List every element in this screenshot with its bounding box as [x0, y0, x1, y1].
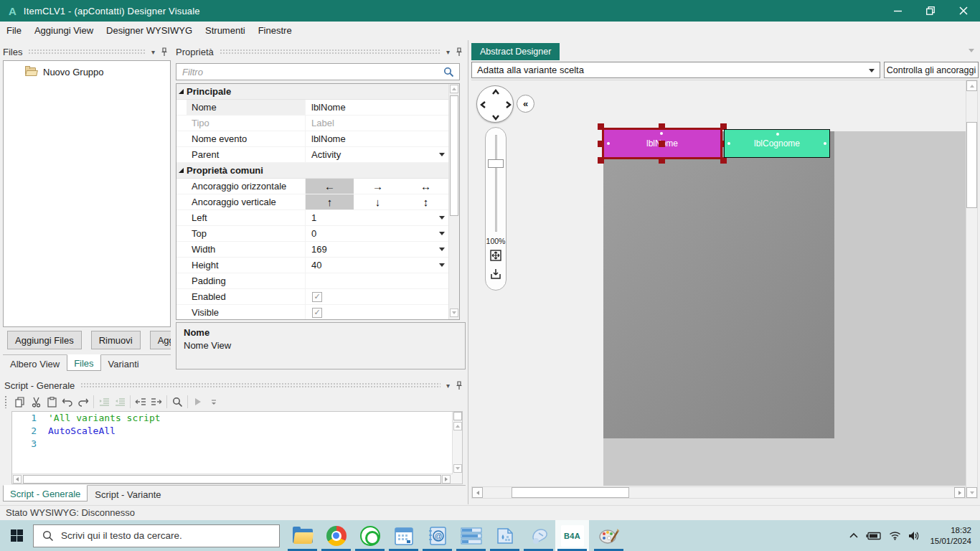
tab-varianti[interactable]: Varianti: [101, 355, 146, 371]
controlla-ancoraggi-button[interactable]: Controlla gli ancoraggi: [884, 62, 979, 78]
property-row-parent[interactable]: Parent Activity: [176, 147, 450, 163]
resize-handle[interactable]: [598, 141, 604, 147]
restore-button[interactable]: [914, 0, 947, 22]
scroll-right-icon[interactable]: [954, 487, 965, 498]
shift-right-icon[interactable]: [149, 394, 164, 410]
resize-handle[interactable]: [659, 123, 665, 130]
import-view-icon[interactable]: [489, 267, 503, 281]
scroll-up-icon[interactable]: [450, 85, 458, 93]
run-icon[interactable]: [190, 394, 206, 410]
code-editor[interactable]: 1 'All variants script 2 AutoScaleAll 3: [11, 411, 463, 484]
editor-horizontal-scrollbar[interactable]: [12, 474, 453, 484]
tab-list-dropdown-icon[interactable]: [969, 49, 974, 52]
redo-icon[interactable]: [75, 394, 91, 410]
property-row-left[interactable]: Left 1: [176, 210, 450, 226]
move-handle[interactable]: [659, 141, 665, 147]
panel-splitter[interactable]: [468, 40, 468, 504]
enabled-checkbox[interactable]: ✓: [312, 292, 322, 302]
taskbar-paint[interactable]: [592, 520, 626, 551]
view-lblnome[interactable]: lblNome: [602, 128, 722, 159]
shift-left-icon[interactable]: [133, 394, 149, 410]
collapse-controls-button[interactable]: «: [517, 95, 534, 113]
taskbar-clock[interactable]: 18:32 15/01/2024: [930, 525, 971, 547]
scrollbar-thumb[interactable]: [966, 122, 977, 208]
scrollbar-thumb[interactable]: [450, 95, 458, 216]
tab-albero-view[interactable]: Albero View: [3, 355, 67, 371]
volume-icon[interactable]: [908, 531, 920, 541]
activity-canvas[interactable]: [603, 131, 834, 438]
aggiungi-files-button[interactable]: Aggiungi Files: [7, 331, 82, 349]
tab-script-generale[interactable]: Script - Generale: [3, 485, 88, 501]
property-grid-scrollbar[interactable]: [448, 84, 459, 319]
property-row-nome[interactable]: Nome lblNome: [176, 100, 450, 116]
taskbar-sliders[interactable]: [454, 520, 488, 551]
filter-input[interactable]: Filtro: [176, 63, 460, 80]
cut-icon[interactable]: [28, 394, 44, 410]
toolbar-grip[interactable]: [4, 395, 8, 408]
tab-files[interactable]: Files: [67, 354, 100, 371]
property-row-width[interactable]: Width 169: [176, 242, 450, 258]
close-button[interactable]: [947, 0, 980, 22]
dropdown-arrow-icon[interactable]: [439, 216, 445, 220]
resize-handle[interactable]: [598, 157, 604, 164]
fit-view-icon[interactable]: [489, 248, 503, 263]
zoom-slider-thumb[interactable]: [488, 159, 504, 168]
anchor-both-v-button[interactable]: ↕: [402, 194, 450, 209]
panel-collapse-icon[interactable]: ▾: [446, 382, 450, 390]
scroll-up-icon[interactable]: [966, 80, 977, 91]
anchor-top-button[interactable]: ↑: [306, 194, 354, 209]
rimuovi-button[interactable]: Rimuovi: [91, 331, 141, 349]
dropdown-arrow-icon[interactable]: [869, 69, 875, 72]
property-row-padding[interactable]: Padding: [176, 273, 450, 289]
menu-aggiungi-view[interactable]: Aggiungi View: [28, 22, 100, 40]
menu-strumenti[interactable]: Strumenti: [199, 22, 252, 40]
dropdown-arrow-icon[interactable]: [439, 232, 445, 235]
panel-collapse-icon[interactable]: ▾: [446, 48, 450, 56]
menu-designer-wysiwyg[interactable]: Designer WYSIWYG: [100, 22, 199, 40]
pin-icon[interactable]: [456, 47, 463, 57]
scroll-down-icon[interactable]: [966, 487, 977, 498]
undo-icon[interactable]: [60, 394, 75, 410]
view-lblcognome[interactable]: lblCognome: [724, 129, 830, 158]
scroll-left-icon[interactable]: [13, 475, 22, 484]
search-icon[interactable]: [169, 394, 185, 410]
taskbar-file-explorer[interactable]: [286, 520, 319, 551]
anchor-left-button[interactable]: ←: [306, 179, 354, 194]
aggiorna-button[interactable]: Aggiorna: [150, 331, 171, 349]
anchor-bottom-button[interactable]: ↓: [354, 194, 402, 209]
tab-script-variante[interactable]: Script - Variante: [88, 486, 168, 501]
property-row-visible[interactable]: Visible ✓: [176, 305, 450, 320]
anchor-both-h-button[interactable]: ↔: [402, 179, 450, 194]
taskbar-contacts[interactable]: @: [420, 520, 454, 551]
scroll-up-icon[interactable]: [453, 422, 462, 430]
scroll-down-icon[interactable]: [450, 309, 458, 317]
outdent-icon[interactable]: [112, 394, 128, 410]
designer-vertical-scrollbar[interactable]: [966, 80, 978, 499]
dropdown-arrow-icon[interactable]: [439, 153, 445, 156]
editor-vertical-scrollbar[interactable]: [452, 412, 462, 484]
property-row-height[interactable]: Height 40: [176, 258, 450, 273]
property-row-enabled[interactable]: Enabled ✓: [176, 289, 450, 305]
wifi-icon[interactable]: [889, 531, 901, 540]
indent-icon[interactable]: [96, 394, 112, 410]
pin-icon[interactable]: [456, 381, 463, 390]
resize-handle[interactable]: [659, 157, 665, 164]
group-principale[interactable]: Principale: [176, 84, 450, 100]
chevron-up-icon[interactable]: [849, 532, 859, 539]
taskbar-archive[interactable]: [488, 520, 522, 551]
tree-item-nuovo-gruppo[interactable]: Nuovo Gruppo: [25, 67, 170, 77]
designer-canvas[interactable]: lblNome lblCognome: [471, 80, 966, 486]
menu-finestre[interactable]: Finestre: [252, 22, 298, 40]
taskbar-whatsapp[interactable]: [353, 520, 387, 551]
toolbar-overflow-icon[interactable]: [206, 394, 222, 410]
copy-icon[interactable]: [12, 394, 28, 410]
property-row-nome-evento[interactable]: Nome evento lblNome: [176, 131, 450, 147]
pin-icon[interactable]: [161, 47, 168, 57]
scroll-right-icon[interactable]: [442, 475, 451, 484]
resize-handle[interactable]: [720, 157, 727, 164]
scrollbar-thumb[interactable]: [512, 487, 629, 498]
tab-abstract-designer[interactable]: Abstract Designer: [471, 43, 560, 60]
dropdown-arrow-icon[interactable]: [439, 248, 445, 251]
taskbar-chrome[interactable]: [319, 520, 353, 551]
scrollbar-thumb[interactable]: [23, 475, 441, 484]
